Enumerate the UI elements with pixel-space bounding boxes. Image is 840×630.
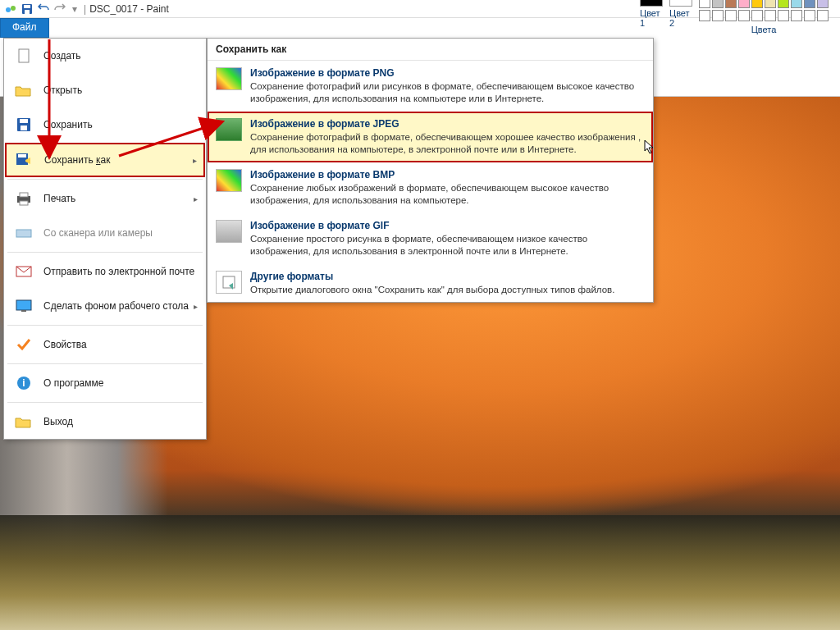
menu-item-from-scanner: Со сканера или камеры [4, 216, 206, 250]
svg-point-0 [6, 7, 11, 12]
menu-item-label: Сохранить [43, 119, 93, 130]
palette-color[interactable] [751, 10, 763, 21]
option-title: Изображение в формате JPEG [250, 118, 645, 130]
color2-label: Цвет 2 [669, 8, 692, 28]
palette-color[interactable] [725, 10, 737, 21]
color1-swatch[interactable]: Цвет 1 [640, 0, 663, 28]
svg-rect-10 [18, 154, 26, 158]
menu-item-save-as[interactable]: Сохранить как ▸ [5, 143, 205, 177]
save-as-other[interactable]: Другие форматы Открытие диалогового окна… [208, 264, 653, 303]
menu-item-properties[interactable]: Свойства [4, 327, 206, 362]
option-title: Изображение в формате BMP [250, 169, 645, 180]
option-desc: Открытие диалогового окна "Сохранить как… [250, 284, 614, 296]
color2-swatch[interactable]: Цвет 2 [669, 0, 692, 28]
palette-color[interactable] [699, 10, 710, 21]
window-title: DSC_0017 - Paint [89, 3, 169, 15]
svg-rect-8 [21, 126, 27, 130]
palette-color[interactable] [778, 10, 789, 21]
save-as-gif[interactable]: Изображение в формате GIF Сохранение про… [208, 213, 653, 264]
qat-dropdown-icon[interactable]: ▾ [72, 3, 77, 15]
menu-item-print[interactable]: Печать ▸ [4, 181, 206, 216]
new-file-icon [12, 47, 35, 65]
png-thumb-icon [216, 67, 242, 90]
bmp-thumb-icon [216, 169, 242, 192]
svg-text:i: i [22, 377, 25, 389]
tab-file[interactable]: Файл [0, 18, 49, 38]
menu-item-label: Сохранить как [44, 154, 110, 166]
palette-color[interactable] [751, 0, 763, 8]
option-desc: Сохранение простого рисунка в формате, о… [250, 233, 645, 258]
option-title: Другие форматы [250, 271, 614, 282]
palette-color[interactable] [712, 10, 724, 21]
color-palette[interactable] [699, 0, 829, 21]
palette-color[interactable] [817, 10, 829, 21]
menu-item-label: Печать [43, 193, 75, 204]
color1-label: Цвет 1 [640, 8, 663, 28]
menu-item-set-wallpaper[interactable]: Сделать фоном рабочего стола ▸ [4, 289, 206, 323]
palette-color[interactable] [725, 0, 737, 8]
menu-item-label: Отправить по электронной почте [43, 266, 194, 277]
menu-item-create[interactable]: Создать [4, 39, 206, 73]
palette-color[interactable] [791, 0, 802, 8]
palette-color[interactable] [804, 10, 815, 21]
checkmark-icon [12, 336, 35, 354]
svg-rect-5 [19, 49, 29, 62]
menu-item-send-email[interactable]: Отправить по электронной почте [4, 254, 206, 289]
menu-item-label: Со сканера или камеры [43, 227, 153, 239]
svg-rect-17 [21, 310, 26, 312]
svg-rect-16 [16, 300, 31, 310]
menu-item-label: Открыть [43, 84, 82, 96]
palette-color[interactable] [712, 0, 724, 8]
paint-app-icon [3, 2, 18, 16]
svg-rect-12 [20, 193, 28, 197]
gif-thumb-icon [216, 220, 242, 243]
option-desc: Сохранение любых изображений в формате, … [250, 182, 645, 207]
info-icon: i [12, 374, 35, 392]
palette-color[interactable] [804, 0, 815, 8]
scanner-icon [12, 224, 35, 242]
jpeg-thumb-icon [216, 118, 242, 141]
palette-color[interactable] [765, 0, 776, 8]
save-as-bmp[interactable]: Изображение в формате BMP Сохранение люб… [208, 162, 653, 213]
palette-color[interactable] [778, 0, 789, 8]
save-icon[interactable] [20, 2, 34, 16]
menu-item-about[interactable]: i О программе [4, 366, 206, 400]
save-disk-icon [12, 116, 35, 134]
quick-access-toolbar: ▾ [3, 2, 80, 16]
save-as-submenu: Сохранить как Изображение в формате PNG … [207, 38, 654, 303]
save-as-png[interactable]: Изображение в формате PNG Сохранение фот… [208, 61, 653, 112]
cursor-icon [644, 139, 655, 158]
palette-color[interactable] [699, 0, 710, 8]
exit-folder-icon [12, 413, 35, 431]
svg-rect-7 [20, 119, 28, 123]
palette-color[interactable] [791, 10, 802, 21]
save-as-icon [13, 151, 36, 169]
other-thumb-icon [216, 271, 242, 294]
open-folder-icon [12, 81, 35, 99]
menu-item-label: О программе [43, 377, 103, 389]
palette-color[interactable] [738, 0, 750, 8]
svg-rect-13 [20, 201, 28, 205]
menu-item-exit[interactable]: Выход [4, 404, 206, 439]
option-title: Изображение в формате GIF [250, 220, 645, 231]
menu-item-open[interactable]: Открыть [4, 73, 206, 107]
save-as-header: Сохранить как [208, 39, 653, 61]
palette-color[interactable] [765, 10, 776, 21]
redo-icon[interactable] [52, 2, 67, 16]
menu-item-label: Свойства [43, 339, 87, 350]
svg-rect-4 [25, 10, 30, 14]
undo-icon[interactable] [36, 2, 51, 16]
menu-item-save[interactable]: Сохранить [4, 107, 206, 142]
svg-rect-14 [16, 230, 31, 237]
submenu-arrow-icon: ▸ [193, 156, 197, 165]
save-as-jpeg[interactable]: Изображение в формате JPEG Сохранение фо… [208, 112, 653, 162]
menu-item-label: Выход [43, 416, 73, 427]
palette-color[interactable] [817, 0, 829, 8]
palette-color[interactable] [738, 10, 750, 21]
option-title: Изображение в формате PNG [250, 67, 645, 79]
printer-icon [12, 189, 35, 208]
colors-group-label: Цвета [699, 25, 829, 34]
submenu-arrow-icon: ▸ [194, 302, 198, 311]
menu-item-label: Создать [43, 50, 81, 62]
option-desc: Сохранение фотографий в формате, обеспеч… [250, 131, 645, 156]
